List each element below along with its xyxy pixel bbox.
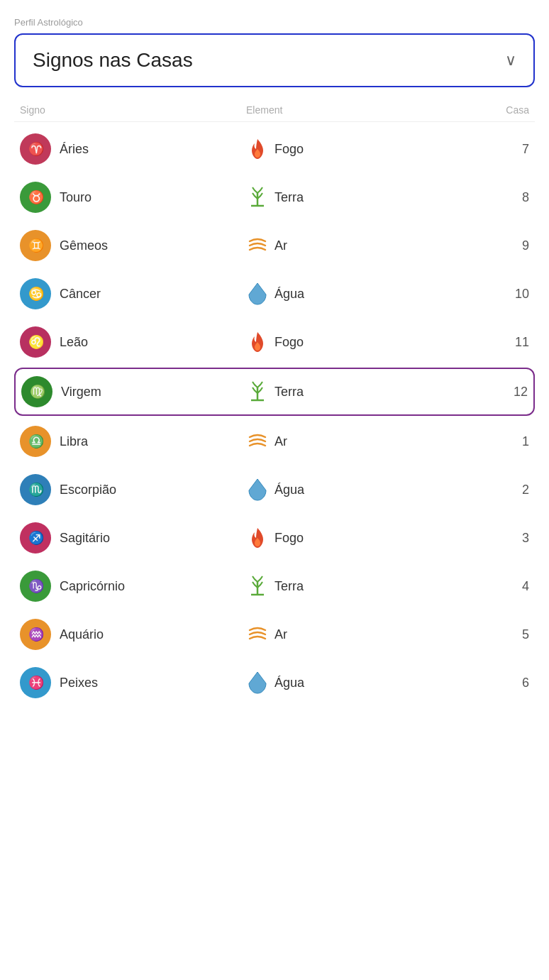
element-icon-water (246, 671, 269, 694)
table-row[interactable]: ♑ Capricórnio Terra 4 (14, 562, 535, 610)
element-cell: Água (246, 282, 472, 305)
sign-name: Leão (60, 335, 88, 350)
sign-icon-gêmeos: ♊ (20, 230, 51, 261)
sign-cell: ♍ Virgem (21, 376, 246, 407)
dropdown-label: Signos nas Casas (33, 49, 193, 72)
section-label: Perfil Astrológico (14, 17, 535, 28)
casa-number: 6 (472, 676, 529, 690)
sign-icon-touro: ♉ (20, 182, 51, 213)
element-name: Ar (274, 238, 287, 253)
element-cell: Água (246, 671, 472, 694)
element-icon-fire (246, 527, 269, 549)
sign-cell: ♒ Aquário (20, 619, 246, 650)
sign-name: Áries (60, 142, 89, 157)
chevron-down-icon: ∨ (505, 51, 516, 70)
element-cell: Ar (246, 234, 472, 257)
sign-name: Escorpião (60, 483, 116, 497)
casa-number: 12 (471, 385, 528, 400)
casa-number: 3 (472, 531, 529, 546)
sign-name: Sagitário (60, 531, 110, 546)
sign-name: Aquário (60, 627, 104, 642)
sign-icon-capricórnio: ♑ (20, 571, 51, 602)
sign-cell: ♑ Capricórnio (20, 571, 246, 602)
sign-name: Virgem (61, 385, 101, 400)
casa-number: 4 (472, 579, 529, 594)
element-name: Fogo (274, 335, 304, 350)
element-cell: Fogo (246, 527, 472, 549)
sign-icon-aquário: ♒ (20, 619, 51, 650)
sign-name: Capricórnio (60, 579, 125, 594)
casa-number: 5 (472, 627, 529, 642)
sign-cell: ♊ Gêmeos (20, 230, 246, 261)
table-row[interactable]: ♊ Gêmeos Ar 9 (14, 221, 535, 270)
element-cell: Terra (246, 186, 472, 209)
element-icon-air (246, 430, 269, 453)
element-icon-fire (246, 331, 269, 353)
table-header: Signo Element Casa (14, 104, 535, 122)
sign-cell: ♋ Câncer (20, 278, 246, 309)
element-name: Fogo (274, 531, 304, 546)
element-icon-fire (246, 138, 269, 160)
element-icon-earth (246, 380, 269, 403)
col-casa: Casa (472, 104, 529, 116)
sign-cell: ♏ Escorpião (20, 474, 246, 505)
table-row[interactable]: ♏ Escorpião Água 2 (14, 466, 535, 514)
element-name: Fogo (274, 142, 304, 157)
element-name: Água (274, 676, 304, 690)
col-element: Element (246, 104, 472, 116)
element-name: Água (274, 483, 304, 497)
sign-cell: ♉ Touro (20, 182, 246, 213)
table-row[interactable]: ♉ Touro Terra 8 (14, 173, 535, 221)
table-row[interactable]: ♎ Libra Ar 1 (14, 417, 535, 466)
sign-icon-sagitário: ♐ (20, 522, 51, 554)
element-name: Ar (274, 434, 287, 449)
element-cell: Terra (246, 575, 472, 598)
element-name: Terra (274, 579, 304, 594)
sign-cell: ♓ Peixes (20, 667, 246, 698)
sign-icon-câncer: ♋ (20, 278, 51, 309)
element-cell: Ar (246, 623, 472, 646)
signs-list: ♈ Áries Fogo 7 ♉ Touro (14, 125, 535, 707)
sign-cell: ♈ Áries (20, 133, 246, 165)
element-icon-air (246, 234, 269, 257)
casa-number: 8 (472, 190, 529, 205)
element-cell: Fogo (246, 138, 472, 160)
col-signo: Signo (20, 104, 246, 116)
casa-number: 2 (472, 483, 529, 497)
element-icon-water (246, 282, 269, 305)
table-row[interactable]: ♒ Aquário Ar 5 (14, 610, 535, 659)
element-name: Ar (274, 627, 287, 642)
element-cell: Terra (246, 380, 471, 403)
element-icon-air (246, 623, 269, 646)
table-row[interactable]: ♐ Sagitário Fogo 3 (14, 514, 535, 562)
table-row[interactable]: ♍ Virgem Terra 12 (14, 368, 535, 416)
sign-icon-libra: ♎ (20, 426, 51, 457)
sign-cell: ♐ Sagitário (20, 522, 246, 554)
sign-icon-áries: ♈ (20, 133, 51, 165)
casa-number: 10 (472, 287, 529, 302)
element-name: Terra (274, 190, 304, 205)
table-row[interactable]: ♈ Áries Fogo 7 (14, 125, 535, 173)
casa-number: 7 (472, 142, 529, 157)
sign-name: Câncer (60, 287, 101, 302)
dropdown-button[interactable]: Signos nas Casas ∨ (14, 33, 535, 87)
element-icon-earth (246, 186, 269, 209)
sign-icon-virgem: ♍ (21, 376, 52, 407)
casa-number: 9 (472, 238, 529, 253)
table-row[interactable]: ♌ Leão Fogo 11 (14, 318, 535, 366)
casa-number: 1 (472, 434, 529, 449)
element-cell: Ar (246, 430, 472, 453)
sign-name: Libra (60, 434, 88, 449)
sign-icon-leão: ♌ (20, 326, 51, 358)
element-cell: Fogo (246, 331, 472, 353)
sign-name: Touro (60, 190, 92, 205)
table-row[interactable]: ♓ Peixes Água 6 (14, 659, 535, 707)
sign-cell: ♌ Leão (20, 326, 246, 358)
element-name: Água (274, 287, 304, 302)
element-icon-water (246, 478, 269, 501)
element-icon-earth (246, 575, 269, 598)
element-name: Terra (274, 385, 304, 400)
sign-name: Gêmeos (60, 238, 108, 253)
sign-name: Peixes (60, 676, 98, 690)
table-row[interactable]: ♋ Câncer Água 10 (14, 270, 535, 318)
